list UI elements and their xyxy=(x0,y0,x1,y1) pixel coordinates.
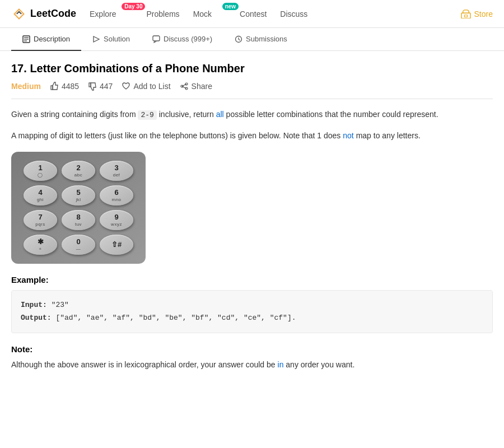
svg-rect-7 xyxy=(153,36,160,41)
example-heading: Example: xyxy=(11,275,493,284)
svg-marker-6 xyxy=(94,36,99,42)
tab-submissions[interactable]: Submissions xyxy=(223,28,298,51)
phone-keypad-image: 1◯ 2abc 3def 4ghi 5jkl 6mno 7pqrs xyxy=(11,152,146,264)
highlight-all: all xyxy=(216,110,224,119)
description-p2: A mapping of digit to letters (just like… xyxy=(11,129,493,143)
difficulty-badge: Medium xyxy=(11,82,41,91)
key-5: 5jkl xyxy=(62,185,95,206)
key-4: 4ghi xyxy=(24,185,57,206)
mock-badge: new xyxy=(222,3,239,10)
tab-discuss[interactable]: Discuss (999+) xyxy=(141,28,223,51)
keypad-row-2: 4ghi 5jkl 6mno xyxy=(24,185,133,206)
dislikes-button[interactable]: 447 xyxy=(88,82,113,91)
output-label: Output: xyxy=(21,314,52,322)
main-content: 17. Letter Combinations of a Phone Numbe… xyxy=(0,51,504,394)
key-star: ✱+ xyxy=(24,235,57,255)
code-range: 2-9 xyxy=(138,110,156,120)
key-7: 7pqrs xyxy=(24,210,57,230)
logo-icon xyxy=(11,6,27,22)
note-heading: Note: xyxy=(11,344,493,354)
note-text: Although the above answer is in lexicogr… xyxy=(11,358,493,372)
tabs-bar: Description Solution Discuss (999+) Subm… xyxy=(0,28,504,51)
svg-rect-1 xyxy=(464,15,467,17)
example-code-block: Input: "23" Output: ["ad", "ae", "af", "… xyxy=(11,290,493,333)
logo-text: LeetCode xyxy=(30,8,76,20)
keypad-row-4: ✱+ 0— ⇧# xyxy=(24,235,133,255)
highlight-not: not xyxy=(343,131,353,140)
svg-rect-9 xyxy=(51,86,53,90)
nav-mock[interactable]: Mock new xyxy=(193,7,226,21)
keypad-row-3: 7pqrs 8tuv 9wxyz xyxy=(24,210,133,230)
keypad-row-1: 1◯ 2abc 3def xyxy=(24,161,133,181)
thumbs-down-icon xyxy=(88,82,97,91)
key-hash: ⇧# xyxy=(100,235,133,255)
example-output-line: Output: ["ad", "ae", "af", "bd", "be", "… xyxy=(21,311,483,324)
share-icon xyxy=(180,82,189,91)
nav-problems[interactable]: Problems xyxy=(146,7,179,21)
key-9: 9wxyz xyxy=(100,210,133,230)
store-label: Store xyxy=(474,10,493,18)
key-0: 0— xyxy=(62,235,95,255)
problem-title: 17. Letter Combinations of a Phone Numbe… xyxy=(11,62,493,75)
description-icon xyxy=(22,35,30,43)
example-input-line: Input: "23" xyxy=(21,298,483,311)
explore-badge: Day 30 xyxy=(122,3,145,10)
key-6: 6mno xyxy=(100,185,133,206)
tab-description[interactable]: Description xyxy=(11,28,81,51)
key-8: 8tuv xyxy=(62,210,95,230)
clock-icon xyxy=(235,35,242,43)
heart-icon xyxy=(122,82,130,91)
tab-solution[interactable]: Solution xyxy=(81,28,141,51)
add-to-list-button[interactable]: Add to List xyxy=(122,82,170,91)
key-3: 3def xyxy=(100,161,133,181)
svg-rect-0 xyxy=(461,13,470,18)
nav-contest[interactable]: Contest xyxy=(240,7,267,21)
likes-button[interactable]: 4485 xyxy=(50,82,79,91)
thumbs-up-icon xyxy=(50,82,59,91)
logo[interactable]: LeetCode xyxy=(11,6,76,22)
nav-discuss[interactable]: Discuss xyxy=(280,7,307,21)
description-p1: Given a string containing digits from 2-… xyxy=(11,108,493,122)
solution-icon xyxy=(92,35,100,43)
note-highlight-in: in xyxy=(278,360,284,369)
chat-icon xyxy=(152,35,160,43)
store-icon xyxy=(461,10,471,18)
svg-rect-10 xyxy=(89,83,91,87)
key-2: 2abc xyxy=(62,161,95,181)
share-button[interactable]: Share xyxy=(180,82,212,91)
problem-meta: Medium 4485 447 Add to List xyxy=(11,82,493,99)
key-1: 1◯ xyxy=(24,161,57,181)
navbar: LeetCode Explore Day 30 Problems Mock ne… xyxy=(0,0,504,28)
nav-explore[interactable]: Explore Day 30 xyxy=(90,7,133,21)
input-value: "23" xyxy=(52,301,69,309)
store-link[interactable]: Store xyxy=(461,10,493,18)
output-value: ["ad", "ae", "af", "bd", "be", "bf", "cd… xyxy=(55,314,296,322)
input-label: Input: xyxy=(21,301,47,309)
